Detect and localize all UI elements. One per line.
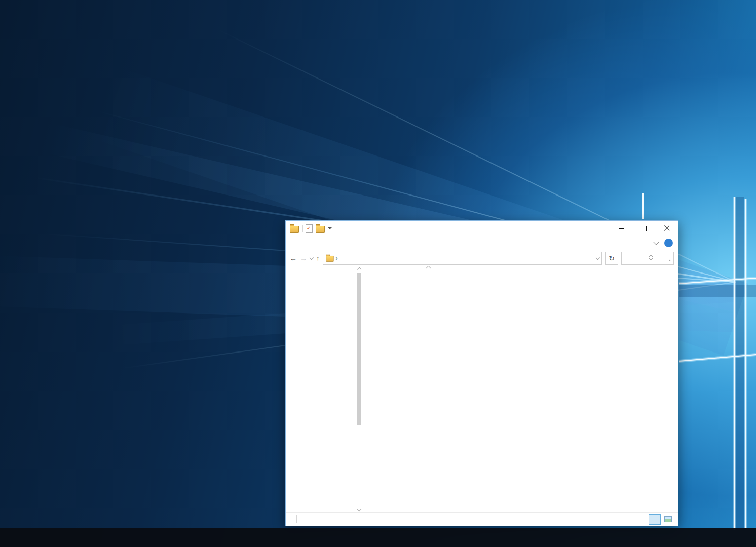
- thumbnails-view-button[interactable]: [662, 514, 674, 525]
- details-view-icon: [652, 517, 658, 522]
- titlebar[interactable]: [286, 221, 678, 236]
- help-icon[interactable]: [664, 239, 673, 247]
- new-folder-icon[interactable]: [316, 226, 325, 233]
- address-bar-row: ← → ↑ › ↻: [286, 250, 678, 266]
- breadcrumb-separator: ›: [335, 255, 338, 262]
- sort-ascending-icon: [426, 266, 431, 270]
- status-bar: [286, 512, 678, 526]
- details-view-button[interactable]: [649, 514, 661, 525]
- maximize-icon: [641, 226, 647, 231]
- desktop-wallpaper: ← → ↑ › ↻: [0, 0, 756, 547]
- back-button[interactable]: ←: [290, 255, 297, 262]
- search-box[interactable]: [621, 252, 674, 265]
- search-icon: [649, 255, 671, 261]
- ribbon-tabs: [286, 236, 678, 250]
- column-headers: [362, 266, 678, 279]
- scrollbar-thumb[interactable]: [357, 273, 361, 425]
- navigation-pane: [286, 266, 357, 513]
- minimize-icon: [619, 228, 624, 229]
- maximize-button[interactable]: [632, 221, 655, 236]
- refresh-button[interactable]: ↻: [605, 252, 618, 265]
- recent-locations-icon[interactable]: [310, 255, 314, 259]
- address-dropdown-icon[interactable]: [596, 255, 600, 259]
- address-folder-icon: [326, 256, 333, 262]
- close-button[interactable]: [655, 221, 678, 236]
- chevron-down-icon[interactable]: [653, 239, 659, 245]
- customize-qat-icon[interactable]: [328, 227, 332, 229]
- explorer-window: ← → ↑ › ↻: [285, 220, 678, 526]
- separator: [302, 225, 303, 232]
- files-pane: [362, 266, 678, 513]
- window-folder-icon: [290, 226, 299, 233]
- forward-button[interactable]: →: [300, 255, 307, 262]
- close-icon: [664, 225, 670, 231]
- nav-scrollbar[interactable]: [357, 266, 362, 513]
- thumbnails-view-icon: [664, 516, 672, 522]
- divider: [296, 515, 297, 523]
- scroll-up-icon[interactable]: [357, 267, 361, 271]
- minimize-button[interactable]: [610, 221, 632, 236]
- properties-icon[interactable]: [306, 224, 313, 233]
- quick-access-toolbar: [286, 224, 335, 233]
- taskbar: [0, 528, 756, 547]
- address-bar[interactable]: ›: [323, 252, 602, 265]
- scroll-down-icon[interactable]: [357, 507, 361, 511]
- up-button[interactable]: ↑: [316, 255, 320, 261]
- separator: [335, 225, 335, 232]
